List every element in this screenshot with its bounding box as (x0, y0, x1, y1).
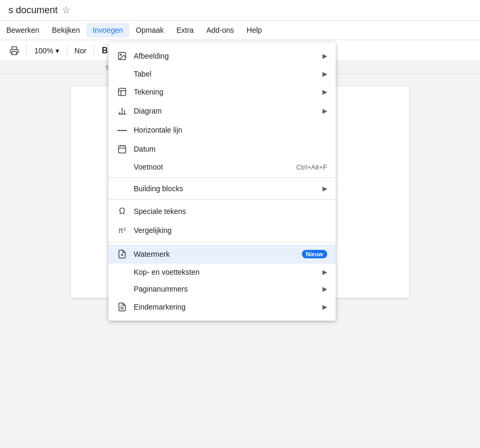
vergelijking-icon: π² (117, 225, 127, 236)
menu-item-vergelijking[interactable]: π² Vergelijking (108, 221, 336, 240)
menu-item-building-blocks[interactable]: Building blocks ▶ (108, 180, 336, 197)
menu-item-diagram[interactable]: Diagram ▶ (108, 101, 336, 120)
watermerk-icon (117, 249, 127, 259)
speciale-tekens-label: Speciale tekens (134, 207, 327, 216)
diagram-icon (117, 106, 127, 116)
eindemarkering-arrow: ▶ (322, 303, 327, 311)
toolbar-separator-2 (67, 44, 67, 57)
menu-item-afbeelding[interactable]: Afbeelding ▶ (108, 46, 336, 66)
document-title: s document (8, 5, 58, 16)
speciale-tekens-icon: Ω (117, 206, 127, 217)
building-blocks-arrow: ▶ (322, 185, 327, 192)
zoom-selector[interactable]: 100% ▾ (31, 44, 62, 57)
separator-1 (108, 178, 336, 178)
afbeelding-label: Afbeelding (134, 52, 316, 60)
tabel-arrow: ▶ (322, 70, 327, 78)
datum-icon (117, 144, 127, 154)
paginanummers-label: Paginanummers (134, 285, 316, 293)
menu-item-eindemarkering[interactable]: Eindemarkering ▶ (108, 297, 336, 316)
voetnoot-shortcut: Ctrl+Alt+F (296, 163, 327, 171)
menu-item-watermerk[interactable]: Watermerk Nieuw (108, 245, 336, 264)
title-bar: s document ☆ (0, 0, 480, 21)
menu-item-horizontale-lijn[interactable]: — Horizontale lijn (108, 120, 336, 139)
menu-opmaak[interactable]: Opmaak (130, 23, 170, 38)
menu-item-voetnoot[interactable]: Voetnoot Ctrl+Alt+F (108, 158, 336, 175)
tekening-label: Tekening (134, 88, 316, 96)
toolbar-separator-1 (26, 44, 27, 57)
toolbar-print-icon[interactable] (6, 44, 22, 58)
separator-2 (108, 199, 336, 200)
menu-item-paginanummers[interactable]: Paginanummers ▶ (108, 281, 336, 297)
tabel-label: Tabel (134, 70, 316, 78)
svg-point-2 (120, 54, 121, 55)
svg-rect-8 (118, 146, 126, 153)
font-selector[interactable]: Nor (71, 44, 90, 57)
horizontale-lijn-icon: — (117, 125, 127, 135)
menu-bekijken[interactable]: Bekijken (45, 23, 86, 38)
star-icon[interactable]: ☆ (62, 4, 70, 16)
diagram-label: Diagram (134, 107, 316, 115)
vergelijking-label: Vergelijking (134, 226, 327, 235)
tekening-icon (117, 87, 127, 97)
menu-bar: Bewerken Bekijken Invoegen Opmaak Extra … (0, 21, 480, 40)
menu-item-datum[interactable]: Datum (108, 139, 336, 158)
kop-voetteksten-label: Kop- en voetteksten (134, 268, 316, 276)
voetnoot-label: Voetnoot (134, 163, 290, 171)
watermerk-badge: Nieuw (302, 250, 327, 258)
toolbar-separator-3 (94, 44, 94, 57)
horizontale-lijn-label: Horizontale lijn (134, 126, 327, 134)
paginanummers-arrow: ▶ (322, 285, 327, 293)
menu-item-tabel[interactable]: Tabel ▶ (108, 66, 336, 82)
eindemarkering-label: Eindemarkering (134, 303, 316, 311)
datum-label: Datum (134, 145, 327, 153)
diagram-arrow: ▶ (322, 107, 327, 115)
menu-item-tekening[interactable]: Tekening ▶ (108, 82, 336, 101)
menu-item-kop-voetteksten[interactable]: Kop- en voetteksten ▶ (108, 264, 336, 281)
building-blocks-label: Building blocks (134, 184, 316, 193)
menu-item-speciale-tekens[interactable]: Ω Speciale tekens (108, 202, 336, 221)
tekening-arrow: ▶ (322, 88, 327, 96)
menu-help[interactable]: Help (241, 23, 269, 38)
menu-bewerken[interactable]: Bewerken (0, 23, 45, 38)
eindemarkering-icon (117, 302, 127, 312)
menu-extra[interactable]: Extra (170, 23, 200, 38)
menu-addons[interactable]: Add-ons (200, 23, 240, 38)
kop-voetteksten-arrow: ▶ (322, 268, 327, 276)
separator-3 (108, 242, 336, 242)
afbeelding-icon (117, 51, 127, 61)
svg-rect-0 (12, 51, 17, 54)
afbeelding-arrow: ▶ (322, 52, 327, 60)
invoegen-dropdown: Afbeelding ▶ Tabel ▶ Tekening ▶ (108, 42, 336, 321)
menu-invoegen[interactable]: Invoegen (86, 23, 130, 38)
svg-rect-3 (118, 88, 126, 96)
watermerk-label: Watermerk (134, 250, 291, 258)
